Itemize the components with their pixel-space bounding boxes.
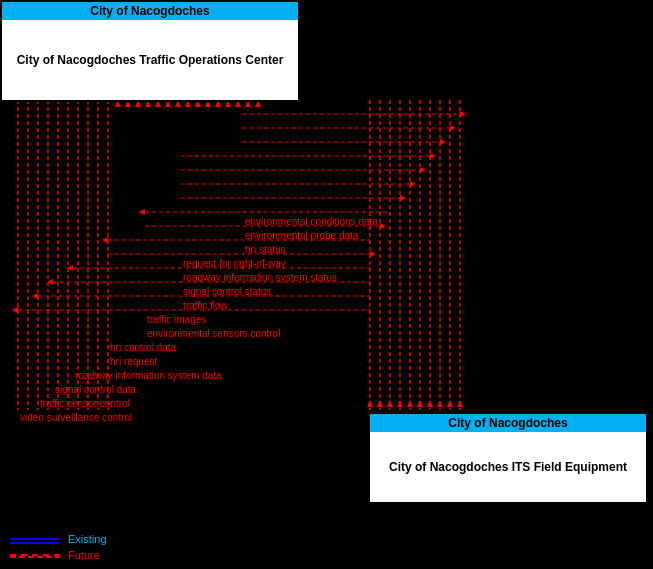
flow-label-hri-control: hri control data [110, 342, 176, 353]
top-box: City of Nacogdoches City of Nacogdoches … [0, 0, 300, 102]
flow-label-signal-control-data: signal control data [55, 384, 136, 395]
legend-future-label: Future [68, 549, 100, 561]
flow-label-roadway-info-data: roadway information system data [75, 370, 222, 381]
legend-future-line [10, 554, 60, 556]
flow-label-right-of-way: request for right-of-way [183, 258, 286, 269]
flow-label-env-conditions: environmental conditions data [245, 216, 378, 227]
bottom-box-body: City of Nacogdoches ITS Field Equipment [370, 432, 646, 502]
legend-existing-line [10, 538, 60, 540]
legend-existing: Existing [10, 533, 107, 545]
top-box-body: City of Nacogdoches Traffic Operations C… [2, 20, 298, 100]
legend-existing-label: Existing [68, 533, 107, 545]
flow-label-traffic-sensor: traffic sensor control [40, 398, 130, 409]
bottom-box: City of Nacogdoches City of Nacogdoches … [368, 412, 648, 504]
flow-label-hri-request: hri request [110, 356, 157, 367]
flow-label-traffic-flow: traffic flow [183, 300, 228, 311]
flow-label-signal-control-status: signal control status [183, 286, 271, 297]
bottom-box-header: City of Nacogdoches [370, 414, 646, 432]
flow-label-hri-status: hri status [245, 244, 286, 255]
legend-future: Future [10, 549, 107, 561]
top-box-header: City of Nacogdoches [2, 2, 298, 20]
flow-label-env-sensors: environmental sensors control [147, 328, 280, 339]
flow-label-video-surveillance: video surveillance control [20, 412, 132, 423]
flow-label-traffic-images: traffic images [147, 314, 206, 325]
flow-label-roadway-info-status: roadway information system status [183, 272, 337, 283]
flow-label-env-probe: environmental probe data [245, 230, 358, 241]
legend: Existing Future [10, 533, 107, 561]
diagram-container: City of Nacogdoches City of Nacogdoches … [0, 0, 653, 569]
